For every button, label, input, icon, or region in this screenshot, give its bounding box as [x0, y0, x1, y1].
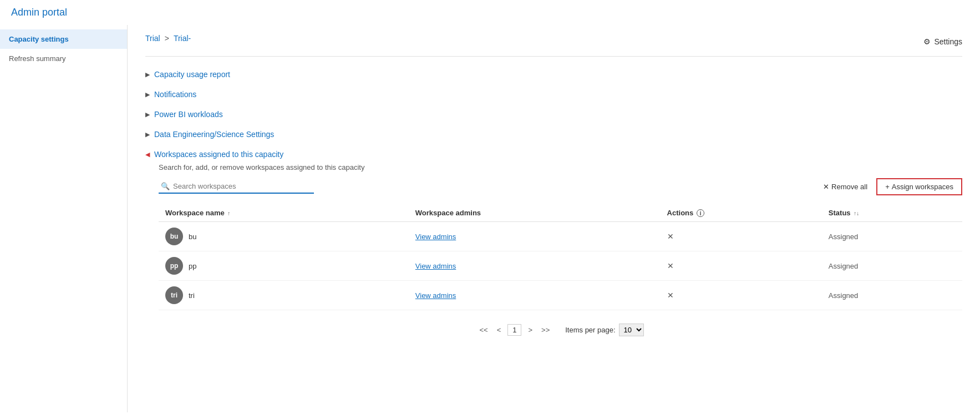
items-per-page-label: Items per page:	[565, 326, 615, 334]
section-capacity-usage: ▶ Capacity usage report	[145, 65, 962, 83]
search-input[interactable]	[173, 182, 312, 190]
items-per-page-select[interactable]: 10 20 50	[619, 324, 644, 336]
arrow-icon: ▶	[145, 131, 150, 138]
view-admins-link[interactable]: View admins	[415, 262, 456, 270]
info-icon: i	[697, 209, 704, 217]
breadcrumb-part2[interactable]: Trial-	[174, 34, 191, 43]
first-page-button[interactable]: <<	[477, 325, 490, 335]
sidebar-item-capacity-settings[interactable]: Capacity settings	[0, 29, 127, 49]
assign-workspaces-button[interactable]: + Assign workspaces	[876, 178, 962, 195]
avatar: pp	[165, 257, 183, 275]
status-badge: Assigned	[829, 262, 858, 270]
section-power-bi-header[interactable]: ▶ Power BI workloads	[145, 105, 962, 123]
arrow-icon: ▶	[145, 91, 150, 98]
arrow-icon: ◀	[145, 151, 150, 158]
current-page: 1	[507, 324, 521, 336]
table-row: bu bu View admins ✕	[159, 222, 962, 251]
section-data-engineering-header[interactable]: ▶ Data Engineering/Science Settings	[145, 125, 962, 143]
remove-all-button[interactable]: ✕ Remove all	[823, 183, 867, 191]
col-actions: Actions i	[661, 204, 822, 222]
sort-icon[interactable]: ↑↓	[854, 210, 859, 216]
section-workspaces: ◀ Workspaces assigned to this capacity S…	[145, 145, 962, 345]
section-notifications: ▶ Notifications	[145, 85, 962, 103]
sidebar: Capacity settings Refresh summary	[0, 25, 128, 412]
x-icon: ✕	[823, 183, 829, 191]
avatar: bu	[165, 228, 183, 245]
breadcrumb-separator: >	[165, 34, 169, 43]
sidebar-item-refresh-summary[interactable]: Refresh summary	[0, 49, 127, 68]
remove-row-button[interactable]: ✕	[667, 291, 674, 300]
section-notifications-header[interactable]: ▶ Notifications	[145, 85, 962, 103]
status-badge: Assigned	[829, 233, 858, 241]
settings-link[interactable]: ⚙ Settings	[923, 37, 962, 46]
section-description: Search for, add, or remove workspaces as…	[159, 163, 962, 171]
breadcrumb-part1[interactable]: Trial	[145, 34, 160, 43]
status-badge: Assigned	[829, 291, 858, 300]
breadcrumb: Trial > Trial-	[145, 34, 191, 43]
pagination: << < 1 > >> Items per page: 10 20 50	[159, 319, 962, 341]
main-content: Trial > Trial- ⚙ Settings ▶ Capacity usa…	[128, 25, 980, 412]
arrow-icon: ▶	[145, 111, 150, 118]
col-status: Status ↑↓	[822, 204, 962, 222]
section-power-bi: ▶ Power BI workloads	[145, 105, 962, 123]
view-admins-link[interactable]: View admins	[415, 233, 456, 241]
table-row: tri tri View admins ✕	[159, 281, 962, 310]
remove-row-button[interactable]: ✕	[667, 232, 674, 241]
avatar: tri	[165, 286, 183, 304]
next-page-button[interactable]: >	[526, 325, 535, 335]
search-icon: 🔍	[161, 182, 170, 190]
col-workspace-name: Workspace name ↑	[159, 204, 409, 222]
section-data-engineering: ▶ Data Engineering/Science Settings	[145, 125, 962, 143]
search-box[interactable]: 🔍	[159, 180, 314, 194]
sort-icon[interactable]: ↑	[227, 210, 230, 216]
remove-row-button[interactable]: ✕	[667, 261, 674, 270]
last-page-button[interactable]: >>	[539, 325, 552, 335]
arrow-icon: ▶	[145, 71, 150, 78]
gear-icon: ⚙	[923, 37, 931, 46]
plus-icon: +	[885, 183, 890, 191]
col-workspace-admins: Workspace admins	[409, 204, 661, 222]
section-capacity-usage-header[interactable]: ▶ Capacity usage report	[145, 65, 962, 83]
app-header: Admin portal	[0, 0, 980, 25]
prev-page-button[interactable]: <	[495, 325, 504, 335]
section-workspaces-header[interactable]: ◀ Workspaces assigned to this capacity	[145, 145, 962, 163]
table-row: pp pp View admins ✕	[159, 251, 962, 281]
workspace-table: Workspace name ↑ Workspace admins Action…	[159, 204, 962, 310]
view-admins-link[interactable]: View admins	[415, 291, 456, 300]
